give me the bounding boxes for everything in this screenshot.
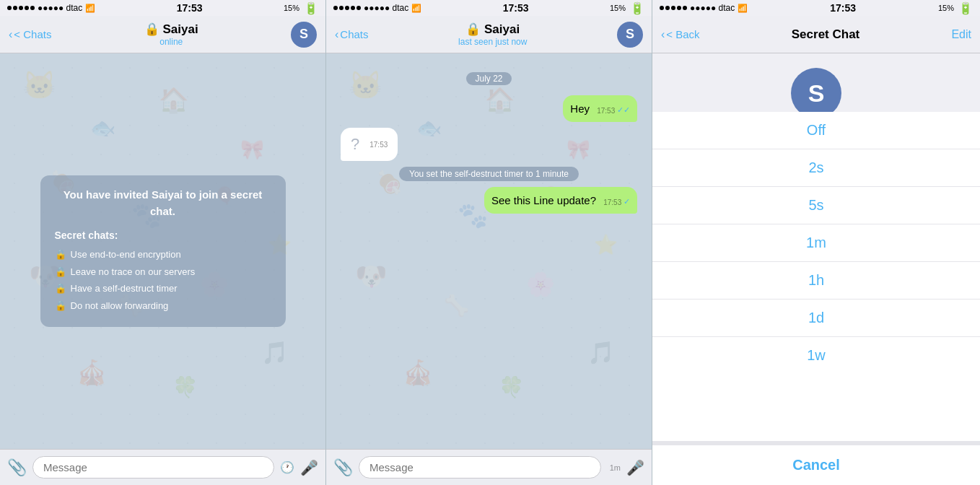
signal-3	[660, 6, 687, 10]
status-bar-3: ●●●●● dtac 📶 17:53 15% 🔋	[652, 0, 980, 16]
status-left-1: ●●●●● dtac 📶	[7, 3, 95, 13]
carrier-2: ●●●●● dtac	[364, 3, 408, 13]
msg-line: See this Line update? 17:53 ✓	[341, 187, 637, 214]
battery-icon-3: 🔋	[958, 1, 973, 15]
picker-option-off[interactable]: Off	[652, 112, 980, 149]
msg-hey: Hey 17:53 ✓✓	[341, 95, 637, 122]
msg-question-time: 17:53	[369, 141, 388, 149]
picker-option-2s[interactable]: 2s	[652, 149, 980, 187]
msg-line-time: 17:53	[603, 198, 624, 206]
timer-picker-overlay: Off 2s 5s 1m 1h 1d 1w Cancel	[652, 112, 980, 485]
picker-option-1h[interactable]: 1h	[652, 262, 980, 300]
svg-text:🐱: 🐱	[22, 69, 57, 102]
attach-icon-2[interactable]: 📎	[333, 458, 353, 477]
picker-cancel-button[interactable]: Cancel	[652, 441, 980, 485]
bubble-line[interactable]: See this Line update? 17:53 ✓	[484, 187, 637, 214]
nav-bar-2: ‹ Chats 🔒 Saiyai last seen just now S	[326, 16, 652, 53]
avatar-1: S	[291, 22, 317, 48]
mic-icon-1[interactable]: 🎤	[300, 459, 318, 476]
time-1: 17:53	[177, 2, 203, 14]
msg-line-text: See this Line update?	[491, 194, 596, 206]
time-3: 17:53	[830, 2, 856, 14]
bubble-hey[interactable]: Hey 17:53 ✓✓	[563, 95, 637, 122]
online-status-1: online	[51, 37, 291, 47]
chat-name-2: 🔒 Saiyai	[369, 22, 617, 37]
nav-bar-3: ‹ < Back Secret Chat Edit	[652, 16, 980, 53]
back-chevron-2: ‹	[335, 28, 338, 41]
online-status-2: last seen just now	[369, 37, 617, 47]
back-button-1[interactable]: ‹ < Chats	[9, 28, 51, 41]
wifi-icon-2: 📶	[411, 4, 421, 13]
picker-option-1m[interactable]: 1m	[652, 224, 980, 262]
nav-title-2: 🔒 Saiyai last seen just now	[369, 22, 617, 47]
date-label: July 22	[466, 72, 511, 85]
picker-option-1d[interactable]: 1d	[652, 300, 980, 337]
back-button-3[interactable]: ‹ < Back	[661, 28, 700, 41]
status-right-1: 15% 🔋	[284, 1, 318, 15]
back-label-3[interactable]: < Back	[666, 28, 699, 40]
profile-avatar: S	[791, 68, 841, 118]
message-input-1[interactable]	[32, 456, 274, 479]
carrier-1: ●●●●● dtac	[38, 3, 82, 13]
msg-hey-time: 17:53	[597, 107, 617, 115]
feature-4: 🔒 Do not allow forwarding	[55, 299, 271, 313]
msg-hey-text: Hey	[570, 102, 590, 115]
lock-icon-1: 🔒	[144, 22, 159, 36]
svg-text:🎪: 🎪	[76, 358, 108, 388]
wifi-icon-1: 📶	[85, 4, 95, 13]
nav-bar-1: ‹ < Chats 🔒 S Saiyai online S	[0, 16, 325, 53]
panel-right: ●●●●● dtac 📶 17:53 15% 🔋 ‹ < Back Secret…	[652, 0, 980, 485]
lock-feat-4: 🔒	[55, 299, 66, 313]
carrier-3: ●●●●● dtac	[690, 3, 735, 13]
battery-icon-2: 🔋	[630, 1, 644, 15]
timer-badge: 1m	[610, 463, 621, 472]
invite-subtitle: Secret chats:	[55, 228, 271, 243]
mic-icon-2[interactable]: 🎤	[626, 459, 644, 476]
back-label-1[interactable]: < Chats	[14, 28, 51, 40]
svg-text:🎀: 🎀	[240, 138, 265, 161]
msg-question: ? 17:53	[341, 128, 637, 161]
msg-system: You set the self-destruct timer to 1 min…	[341, 167, 637, 181]
timer-picker: Off 2s 5s 1m 1h 1d 1w	[652, 112, 980, 441]
wifi-icon-3: 📶	[738, 4, 748, 13]
attach-icon-1[interactable]: 📎	[7, 458, 27, 477]
signal-1	[7, 6, 35, 10]
status-right-2: 15% 🔋	[610, 1, 644, 15]
back-chevron-3: ‹	[661, 28, 665, 41]
msg-line-ticks: ✓	[624, 197, 630, 206]
page-title-secret-chat: Secret Chat	[792, 27, 859, 42]
feature-3: 🔒 Have a self-destruct timer	[55, 281, 271, 296]
msg-hey-ticks: ✓✓	[617, 105, 630, 114]
status-left-2: ●●●●● dtac 📶	[333, 3, 421, 13]
panel-mid: ●●●●● dtac 📶 17:53 15% 🔋 ‹ Chats 🔒 Saiya…	[326, 0, 652, 485]
chat-background-2: 🐱 🐟 🏠 🎀 🍖 🐾 🎈 🐶 🦴 🌸 ⭐ 🎪 🍀 🎵 July 22	[326, 53, 652, 449]
lock-feat-2: 🔒	[55, 265, 66, 279]
bubble-question[interactable]: ? 17:53	[341, 128, 398, 161]
lock-feat-3: 🔒	[55, 281, 66, 296]
message-input-2[interactable]	[359, 456, 601, 479]
input-bar-2: 📎 1m 🎤	[326, 449, 652, 485]
panel-left: ●●●●● dtac 📶 17:53 15% 🔋 ‹ < Chats 🔒 S S…	[0, 0, 326, 485]
avatar-2: S	[617, 22, 643, 48]
lock-feat-1: 🔒	[55, 248, 66, 262]
battery-pct-3: 15%	[938, 4, 954, 12]
feature-2: 🔒 Leave no trace on our servers	[55, 265, 271, 279]
battery-icon-1: 🔋	[304, 1, 318, 15]
back-button-2[interactable]: ‹ Chats	[335, 28, 369, 41]
picker-option-5s[interactable]: 5s	[652, 187, 980, 224]
edit-button[interactable]: Edit	[951, 28, 971, 41]
feature-1: 🔒 Use end-to-end encryption	[55, 248, 271, 262]
status-bar-2: ●●●●● dtac 📶 17:53 15% 🔋	[326, 0, 652, 16]
clock-icon-1: 🕐	[280, 460, 294, 474]
picker-option-1w[interactable]: 1w	[652, 337, 980, 374]
question-mark-icon: ?	[351, 135, 359, 154]
status-bar-1: ●●●●● dtac 📶 17:53 15% 🔋	[0, 0, 325, 16]
svg-text:🎵: 🎵	[261, 339, 289, 366]
chat-name-1: 🔒 S Saiyai	[51, 22, 291, 37]
date-text: July 22	[466, 72, 511, 85]
back-label-2[interactable]: Chats	[340, 28, 368, 40]
signal-2	[333, 6, 361, 10]
time-2: 17:53	[503, 2, 529, 14]
nav-title-1: 🔒 S Saiyai online	[51, 22, 291, 47]
battery-pct-1: 15%	[284, 4, 299, 12]
